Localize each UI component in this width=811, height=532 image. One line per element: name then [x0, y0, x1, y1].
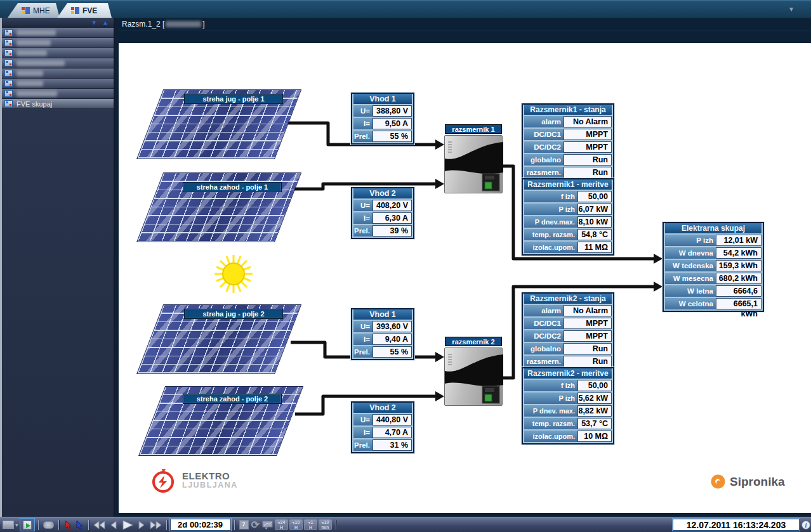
sidebar-item-redacted[interactable]	[2, 89, 114, 99]
live-mode-button[interactable]	[20, 518, 35, 531]
step-10h-button[interactable]: 10H	[289, 519, 303, 530]
row-value: 5,62 kW	[577, 393, 612, 404]
step-forward-button[interactable]	[136, 519, 147, 531]
refresh-icon: ⟳	[251, 520, 260, 530]
table-title: Vhod 2	[353, 188, 412, 198]
monitor-play-icon	[23, 521, 32, 529]
info-icon[interactable]: i	[801, 521, 810, 529]
screen-icon	[4, 49, 13, 56]
row-label: P izh	[524, 393, 577, 404]
row-label: f izh	[524, 191, 577, 202]
panel-label: streha jug - polje 1	[184, 94, 283, 104]
row-label: temp. razsm.	[524, 229, 577, 240]
row-value: 9,50 A	[373, 118, 412, 129]
row-label: Prel.	[353, 346, 373, 358]
table-title: Vhod 2	[353, 403, 412, 413]
row-value: MPPT	[564, 330, 612, 342]
play-button[interactable]	[121, 519, 134, 531]
tab-mhe[interactable]: MHE	[8, 3, 60, 18]
elektro-emblem-icon	[149, 467, 177, 495]
row-label: globalno	[524, 154, 564, 165]
row-value: 6664,6 kWh	[716, 285, 762, 297]
row-value: 6,30 A	[373, 212, 412, 224]
table-title: Razsmernik2 - meritve	[524, 368, 612, 379]
refresh-button[interactable]: ⟳	[251, 519, 260, 531]
row-value: 9,40 A	[373, 334, 412, 345]
row-value: 12,01 kW	[716, 235, 762, 246]
sidebar-item-redacted[interactable]	[2, 68, 114, 79]
row-value: 39 %	[373, 225, 412, 237]
row-label: Prel.	[353, 439, 373, 451]
sidebar-item-redacted[interactable]	[2, 28, 114, 38]
sidebar-item-redacted[interactable]	[2, 48, 114, 58]
screen-select-dropdown[interactable]: ▾	[3, 519, 18, 531]
tab-bar: MHE FVE ▼	[0, 0, 811, 18]
row-label: W mesecna	[665, 273, 716, 284]
row-label: U=	[353, 321, 373, 332]
table-title: Razsmernik1 - stanja	[524, 105, 612, 115]
row-label: W celotna	[665, 298, 716, 309]
playback-toolbar: ▾ 2d 00:02:39 7 ⟳	[0, 517, 811, 532]
row-label: temp. razsm.	[524, 418, 577, 429]
step-24h-button[interactable]: 24H	[275, 519, 288, 530]
vhod1-table-inverter2: Vhod 1 U=393,60 V I=9,40 A Prel.55 %	[351, 308, 414, 360]
cursor-mode-blue-button[interactable]	[75, 519, 84, 531]
row-value: 159,3 kWh	[716, 260, 762, 271]
skip-forward-button[interactable]	[149, 519, 162, 531]
row-label: alarm	[524, 116, 564, 127]
blue-pointer-icon	[75, 520, 84, 530]
sort-up-icon[interactable]: ▲	[102, 20, 109, 26]
double-left-icon	[93, 521, 106, 529]
sidebar-item-redacted[interactable]	[2, 38, 114, 48]
double-right-icon	[149, 521, 162, 529]
inverter-label: razsmernik 1	[445, 124, 502, 134]
skip-back-button[interactable]	[93, 519, 106, 531]
row-value: 6,07 kW	[577, 204, 612, 215]
sidebar-item-fve-skupaj[interactable]: FVE skupaj	[2, 99, 114, 109]
trend-export-button[interactable]	[262, 519, 273, 531]
row-value: Run	[564, 343, 612, 354]
panel-label: streha jug - polje 2	[184, 309, 283, 319]
sidebar-item-redacted[interactable]	[2, 79, 114, 89]
calendar-icon: 7	[239, 520, 249, 529]
step-back-button[interactable]	[109, 519, 119, 531]
inverter2-measurement-table: Razsmernik2 - meritve f izh50,00 Hz P iz…	[522, 367, 614, 444]
chevron-down-icon[interactable]: ▼	[788, 6, 795, 13]
chevron-down-icon: ▾	[15, 522, 18, 528]
sort-down-icon[interactable]: ▼	[91, 20, 97, 26]
scada-window: MHE FVE ▼ ▼ ▲ FVE skupaj Razsm.1_2 [ ]	[0, 0, 811, 532]
step-10min-button[interactable]: 10min	[319, 519, 332, 530]
row-label: DC/DC2	[524, 141, 564, 153]
sidebar-item-redacted[interactable]	[2, 58, 114, 68]
row-label: Prel.	[353, 225, 373, 237]
row-label: U=	[353, 200, 373, 211]
row-label: I=	[353, 427, 373, 438]
row-label: razsmern.	[524, 167, 564, 178]
row-value: 55 %	[373, 131, 412, 142]
inverter-label: razsmernik 2	[445, 337, 502, 346]
tab-fve[interactable]: FVE	[57, 3, 112, 18]
time-offset-field[interactable]: 2d 00:02:39	[170, 519, 231, 531]
panel-label: streha zahod - polje 2	[183, 394, 282, 404]
plant-total-table: Elektrarna skupaj P izh12,01 kW W dnevna…	[663, 222, 764, 312]
row-label: izolac.upom.	[524, 431, 577, 442]
row-label: razsmern.	[524, 356, 564, 367]
step-1h-button[interactable]: 1H	[304, 519, 317, 530]
row-value: 4,70 A	[373, 427, 412, 438]
calendar-button[interactable]: 7	[239, 519, 249, 531]
row-value: 55 %	[373, 346, 412, 358]
row-label: P izh	[665, 235, 716, 246]
datetime-field[interactable]: 12.07.2011 16:13:24.203	[673, 519, 800, 531]
inverter1-status-table: Razsmernik1 - stanja alarmNo Alarm DC/DC…	[522, 103, 614, 181]
row-label: P dnev.max.	[524, 216, 577, 228]
cursor-mode-red-button[interactable]	[63, 519, 72, 531]
row-value: 11 MΩ	[577, 242, 612, 253]
row-value: 393,60 V	[373, 321, 412, 332]
row-value: MPPT	[564, 318, 612, 329]
row-value: 388,80 V	[373, 105, 412, 117]
snapshot-button[interactable]	[43, 519, 54, 531]
row-value: MPPT	[564, 129, 612, 140]
sipronika-logo-text: Sipronika	[730, 475, 785, 489]
row-label: DC/DC1	[524, 129, 564, 140]
sun-icon	[214, 255, 253, 293]
